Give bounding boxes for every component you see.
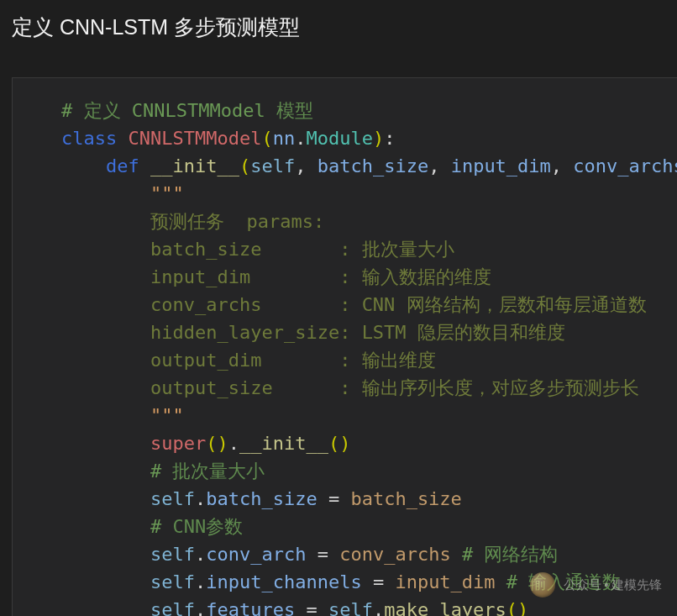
comment-text: CNN参数 <box>172 516 243 537</box>
arg-conv-archs: conv_archs <box>573 155 677 176</box>
comment-hash: # <box>150 461 161 482</box>
var-batch-size: batch_size <box>350 488 461 509</box>
docstring-line: conv_archs : CNN 网络结构，层数和每层通道数 <box>150 294 647 315</box>
comment-hash: # <box>506 571 517 592</box>
docstring-line: batch_size : 批次量大小 <box>150 239 454 260</box>
page-title: 定义 CNN-LSTM 多步预测模型 <box>0 0 677 50</box>
attr-features: features <box>206 599 295 616</box>
comment-hash: # <box>150 516 161 537</box>
kw-def: def <box>106 155 139 176</box>
comment-text: 输入通道数 <box>528 571 621 592</box>
self-kw: self <box>150 488 195 509</box>
fn-init: __init__ <box>150 155 239 176</box>
self-kw: self <box>250 155 295 176</box>
self-kw: self <box>150 599 195 616</box>
docstring-line: output_dim : 输出维度 <box>150 350 436 371</box>
super-call: super <box>150 433 206 454</box>
code-panel: # 定义 CNNLSTMModel 模型 class CNNLSTMModel(… <box>12 77 677 616</box>
attr-input-channels: input_channels <box>206 571 361 592</box>
call-make-layers: make_layers <box>384 599 506 616</box>
class-name: CNNLSTMModel <box>128 128 261 149</box>
comment-hash: # <box>61 100 72 121</box>
attr-batch-size: batch_size <box>206 488 317 509</box>
docstring-line: output_size : 输出序列长度，对应多步预测步长 <box>150 377 639 398</box>
var-input-dim: input_dim <box>395 571 495 592</box>
docstring-line: input_dim : 输入数据的维度 <box>150 266 491 287</box>
kw-class: class <box>61 128 117 149</box>
comment-text: 定义 <box>84 100 121 121</box>
comment-text: 网络结构 <box>484 544 558 565</box>
arg-batch-size: batch_size <box>318 155 428 176</box>
comment-hash: # <box>462 544 473 565</box>
arg-input-dim: input_dim <box>451 155 551 176</box>
docstring-line: 预测任务 params: <box>150 211 324 232</box>
docstring-close: """ <box>150 405 184 426</box>
base-ns: nn <box>273 128 296 149</box>
docstring-line: hidden_layer_size: LSTM 隐层的数目和维度 <box>150 322 565 343</box>
docstring-open: """ <box>150 183 184 204</box>
self-kw: self <box>150 571 195 592</box>
var-conv-archs: conv_archs <box>339 544 450 565</box>
code-block: # 定义 CNNLSTMModel 模型 class CNNLSTMModel(… <box>13 97 677 616</box>
self-kw: self <box>150 544 195 565</box>
base-class: Module <box>306 128 372 149</box>
comment-text: 批次量大小 <box>172 461 265 482</box>
page-root: 定义 CNN-LSTM 多步预测模型 # 定义 CNNLSTMModel 模型 … <box>0 0 677 616</box>
attr-conv-arch: conv_arch <box>206 544 306 565</box>
